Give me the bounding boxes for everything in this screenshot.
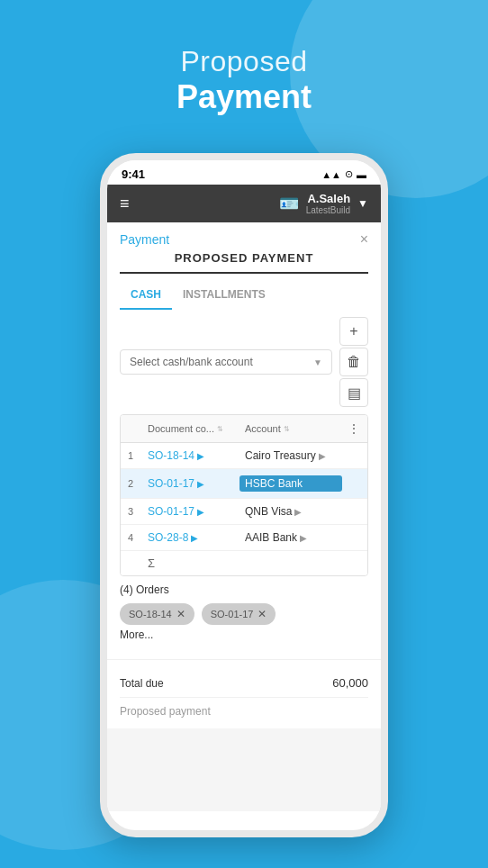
table-row[interactable]: 3 SO-01-17 ▶ QNB Visa ▶	[121, 499, 367, 525]
sigma-label: Σ	[128, 556, 155, 570]
tag-close-icon[interactable]: ✕	[176, 608, 185, 620]
row-doc: SO-18-14 ▶	[148, 449, 245, 462]
orders-section: (4) Orders SO-18-14 ✕ SO-01-17 ✕ More...	[107, 576, 381, 652]
row-account-selected: HSBC Bank	[239, 475, 342, 492]
page-header: Proposed Payment	[0, 45, 488, 116]
totals-section: Total due 60,000 Proposed payment	[107, 659, 381, 728]
tag-close-icon[interactable]: ✕	[258, 608, 267, 620]
doc-link-icon: ▶	[191, 533, 198, 543]
total-due-label: Total due	[120, 677, 164, 690]
battery-icon: ▬	[357, 169, 366, 180]
doc-sort-icon[interactable]: ⇅	[217, 425, 223, 433]
close-button[interactable]: ×	[360, 231, 368, 248]
order-tag[interactable]: SO-01-17 ✕	[202, 603, 276, 625]
row-num: 3	[128, 506, 148, 517]
build-label: LatestBuild	[306, 205, 350, 215]
username-label: A.Saleh	[306, 192, 350, 205]
status-time: 9:41	[122, 167, 145, 181]
row-doc: SO-01-17 ▶	[148, 505, 245, 518]
account-link-icon: ▶	[300, 533, 307, 543]
proposed-payment-row-label: Proposed payment	[120, 705, 211, 718]
select-account-dropdown[interactable]: Select cash/bank account ▼	[120, 349, 332, 375]
signal-icon: ▲▲	[321, 169, 341, 180]
orders-tags: SO-18-14 ✕ SO-01-17 ✕	[120, 603, 368, 625]
user-badge-icon: 🪪	[279, 194, 299, 213]
header-user-info: A.Saleh LatestBuild	[306, 192, 350, 215]
row-account: AAIB Bank ▶	[245, 531, 342, 544]
orders-count-label: (4) Orders	[120, 583, 368, 596]
order-tag-label: SO-01-17	[211, 609, 254, 619]
payment-section-label: Payment	[120, 232, 169, 247]
select-account-label: Select cash/bank account	[130, 356, 253, 368]
header-center: 🪪 A.Saleh LatestBuild ▼	[279, 192, 368, 215]
delete-button[interactable]: 🗑	[339, 348, 368, 376]
app-header: ≡ 🪪 A.Saleh LatestBuild ▼	[107, 185, 381, 222]
tab-cash[interactable]: CASH	[120, 281, 172, 310]
wifi-icon: ⊙	[345, 168, 353, 180]
dropdown-arrow-icon[interactable]: ▼	[357, 197, 368, 210]
add-button[interactable]: +	[339, 317, 368, 346]
delete-icon: 🗑	[347, 354, 361, 370]
table-row[interactable]: 4 SO-28-8 ▶ AAIB Bank ▶	[121, 525, 367, 551]
order-tag[interactable]: SO-18-14 ✕	[120, 603, 194, 625]
status-bar: 9:41 ▲▲ ⊙ ▬	[107, 160, 381, 185]
toolbar: Select cash/bank account ▼ + 🗑 ▤	[107, 310, 381, 414]
status-icons: ▲▲ ⊙ ▬	[321, 168, 366, 180]
filter-icon: ▤	[348, 384, 361, 402]
col-doc-header: Document co... ⇅	[148, 423, 245, 434]
tab-installments[interactable]: INSTALLMENTS	[172, 281, 276, 310]
account-link-icon: ▶	[319, 451, 326, 461]
account-link-icon: ▶	[294, 507, 302, 517]
table-row[interactable]: 2 SO-01-17 ▶ HSBC Bank	[121, 469, 367, 499]
row-account: Cairo Treasury ▶	[245, 449, 342, 462]
col-account-header: Account ⇅	[245, 423, 342, 434]
select-arrow-icon: ▼	[313, 357, 322, 367]
col-more-header: ⋮	[342, 420, 360, 437]
total-due-row: Total due 60,000	[120, 673, 368, 698]
order-tag-label: SO-18-14	[129, 609, 172, 619]
payment-card: Payment × PROPOSED PAYMENT CASH INSTALLM…	[107, 222, 381, 728]
tabs-container: CASH INSTALLMENTS	[107, 281, 381, 310]
payment-hero-title: Payment	[0, 78, 488, 116]
doc-link-icon: ▶	[197, 451, 204, 461]
payment-table: Document co... ⇅ Account ⇅ ⋮ 1 SO-18	[120, 414, 368, 576]
proposed-payment-title: PROPOSED PAYMENT	[120, 251, 368, 274]
doc-link-icon: ▶	[197, 507, 204, 517]
content-area: Payment × PROPOSED PAYMENT CASH INSTALLM…	[107, 222, 381, 811]
doc-link-icon: ▶	[197, 479, 204, 489]
account-sort-icon[interactable]: ⇅	[284, 425, 290, 433]
row-num: 2	[128, 478, 148, 489]
filter-button[interactable]: ▤	[339, 378, 368, 407]
card-header: Payment ×	[107, 222, 381, 251]
row-account: QNB Visa ▶	[245, 505, 342, 518]
hamburger-icon[interactable]: ≡	[120, 194, 130, 213]
proposed-label: Proposed	[0, 45, 488, 78]
phone-frame: 9:41 ▲▲ ⊙ ▬ ≡ 🪪 A.Saleh LatestBuild ▼ Pa…	[100, 153, 388, 837]
table-header: Document co... ⇅ Account ⇅ ⋮	[121, 415, 367, 443]
total-due-value: 60,000	[332, 676, 368, 690]
row-doc: SO-01-17 ▶	[148, 477, 239, 490]
table-row[interactable]: 1 SO-18-14 ▶ Cairo Treasury ▶	[121, 443, 367, 469]
toolbar-icons: + 🗑 ▤	[339, 317, 368, 407]
sigma-row: Σ	[121, 551, 367, 575]
row-doc: SO-28-8 ▶	[148, 531, 245, 544]
proposed-payment-row: Proposed payment	[120, 698, 368, 721]
row-num: 1	[128, 450, 148, 461]
more-link[interactable]: More...	[120, 625, 368, 645]
row-num: 4	[128, 532, 148, 543]
add-icon: +	[349, 323, 357, 339]
more-options-icon[interactable]: ⋮	[348, 421, 360, 436]
